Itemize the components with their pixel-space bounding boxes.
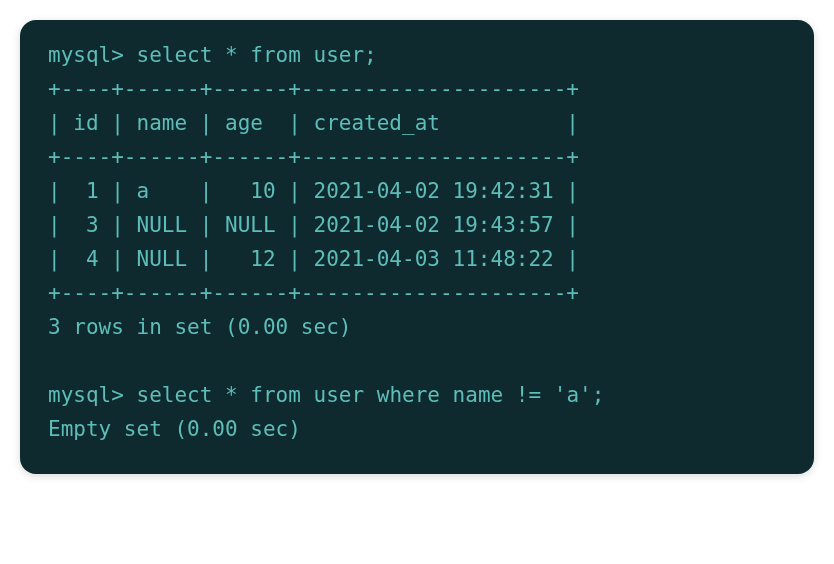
result-summary-1: 3 rows in set (0.00 sec)	[48, 315, 351, 339]
mysql-prompt-2: mysql>	[48, 383, 137, 407]
sql-query-2: select * from user where name != 'a';	[137, 383, 605, 407]
table-row: | 1 | a | 10 | 2021-04-02 19:42:31 |	[48, 179, 579, 203]
mysql-prompt-1: mysql>	[48, 43, 137, 67]
table-header: | id | name | age | created_at |	[48, 111, 579, 135]
table-border-mid: +----+------+------+--------------------…	[48, 145, 579, 169]
result-summary-2: Empty set (0.00 sec)	[48, 417, 301, 441]
table-border-top: +----+------+------+--------------------…	[48, 77, 579, 101]
sql-query-1: select * from user;	[137, 43, 377, 67]
mysql-terminal: mysql> select * from user; +----+------+…	[20, 20, 814, 474]
table-border-bot: +----+------+------+--------------------…	[48, 281, 579, 305]
table-row: | 3 | NULL | NULL | 2021-04-02 19:43:57 …	[48, 213, 579, 237]
table-row: | 4 | NULL | 12 | 2021-04-03 11:48:22 |	[48, 247, 579, 271]
